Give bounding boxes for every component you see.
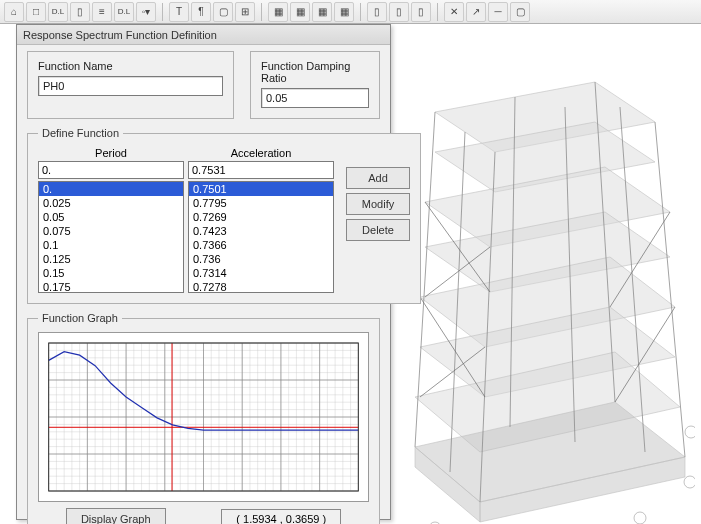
svg-line-20 [420,297,485,397]
list-item[interactable]: 0.175 [39,280,183,293]
tool-icon[interactable]: ▯ [389,2,409,22]
define-function-legend: Define Function [38,127,123,139]
coord-readout: ( 1.5934 , 0.3659 ) [221,509,341,524]
tool-icon[interactable]: □ [26,2,46,22]
svg-marker-2 [425,167,670,247]
tool-icon[interactable]: ▯ [411,2,431,22]
tool-icon[interactable]: ▯ [70,2,90,22]
tool-icon[interactable]: ▦ [290,2,310,22]
function-graph-group: Function Graph Display Graph ( 1.5934 , … [27,312,380,524]
period-input[interactable] [38,161,184,179]
list-item[interactable]: 0.125 [39,252,183,266]
svg-marker-4 [420,257,675,347]
list-item[interactable]: 0.025 [39,196,183,210]
modify-button[interactable]: Modify [346,193,410,215]
tool-icon[interactable]: ↗ [466,2,486,22]
function-graph-legend: Function Graph [38,312,122,324]
accel-header: Acceleration [188,147,334,159]
list-item[interactable]: 0.05 [39,210,183,224]
toolbar-separator [360,3,361,21]
svg-line-12 [595,82,615,402]
svg-line-19 [425,247,490,297]
toolbar-separator [261,3,262,21]
tool-icon[interactable]: ▯ [367,2,387,22]
dialog-titlebar[interactable]: Response Spectrum Function Definition [17,25,390,45]
tool-icon[interactable]: D.L [48,2,68,22]
toolbar-separator [437,3,438,21]
display-graph-button[interactable]: Display Graph [66,508,166,524]
tool-icon[interactable]: D.L [114,2,134,22]
svg-line-21 [420,347,485,397]
function-name-input[interactable] [38,76,223,96]
tool-icon[interactable]: ⊞ [235,2,255,22]
svg-point-29 [685,426,695,438]
svg-line-22 [610,212,670,307]
function-name-label: Function Name [38,60,223,72]
period-header: Period [38,147,184,159]
svg-line-14 [510,97,515,427]
svg-line-11 [480,152,495,502]
svg-point-27 [634,512,646,524]
define-function-group: Define Function Period Acceleration 0.0.… [27,127,421,304]
list-item[interactable]: 0.7795 [189,196,333,210]
function-name-group: Function Name [27,51,234,119]
svg-point-28 [684,476,695,488]
building-model [395,52,695,524]
tool-icon[interactable]: ◦▾ [136,2,156,22]
response-spectrum-dialog: Response Spectrum Function Definition Fu… [16,24,391,520]
svg-line-13 [655,122,685,457]
svg-line-17 [620,107,645,452]
list-item[interactable]: 0. [39,182,183,196]
tool-icon[interactable]: ▦ [334,2,354,22]
svg-line-16 [450,132,465,472]
tool-icon[interactable]: T [169,2,189,22]
period-listbox[interactable]: 0.0.0250.050.0750.10.1250.150.1750.2 [38,181,184,293]
list-item[interactable]: 0.7314 [189,266,333,280]
damping-input[interactable] [261,88,369,108]
svg-marker-1 [435,122,655,192]
tool-icon[interactable]: ─ [488,2,508,22]
svg-line-15 [565,107,575,442]
svg-marker-6 [415,352,680,452]
svg-marker-7 [415,402,685,502]
list-item[interactable]: 0.7366 [189,238,333,252]
list-item[interactable]: 0.1 [39,238,183,252]
accel-listbox[interactable]: 0.75010.77950.72690.74230.73660.7360.731… [188,181,334,293]
damping-group: Function Damping Ratio [250,51,380,119]
tool-icon[interactable]: ✕ [444,2,464,22]
svg-marker-3 [425,212,670,292]
svg-marker-9 [480,457,685,522]
function-graph [38,332,369,502]
list-item[interactable]: 0.7278 [189,280,333,293]
tool-icon[interactable]: ▢ [510,2,530,22]
list-item[interactable]: 0.7269 [189,210,333,224]
list-item[interactable]: 0.7423 [189,224,333,238]
list-item[interactable]: 0.15 [39,266,183,280]
dialog-title: Response Spectrum Function Definition [23,29,217,41]
svg-line-18 [425,202,490,292]
tool-icon[interactable]: ¶ [191,2,211,22]
svg-marker-8 [415,447,480,522]
tool-icon[interactable]: ▢ [213,2,233,22]
svg-line-23 [615,307,675,402]
damping-label: Function Damping Ratio [261,60,369,84]
accel-input[interactable] [188,161,334,179]
svg-marker-0 [435,82,655,152]
tool-icon[interactable]: ▦ [268,2,288,22]
tool-icon[interactable]: ⌂ [4,2,24,22]
add-button[interactable]: Add [346,167,410,189]
tool-icon[interactable]: ≡ [92,2,112,22]
list-item[interactable]: 0.7501 [189,182,333,196]
list-item[interactable]: 0.075 [39,224,183,238]
tool-icon[interactable]: ▦ [312,2,332,22]
delete-button[interactable]: Delete [346,219,410,241]
main-toolbar: ⌂ □ D.L ▯ ≡ D.L ◦▾ T ¶ ▢ ⊞ ▦ ▦ ▦ ▦ ▯ ▯ ▯… [0,0,701,24]
list-item[interactable]: 0.736 [189,252,333,266]
svg-marker-5 [420,307,675,397]
toolbar-separator [162,3,163,21]
